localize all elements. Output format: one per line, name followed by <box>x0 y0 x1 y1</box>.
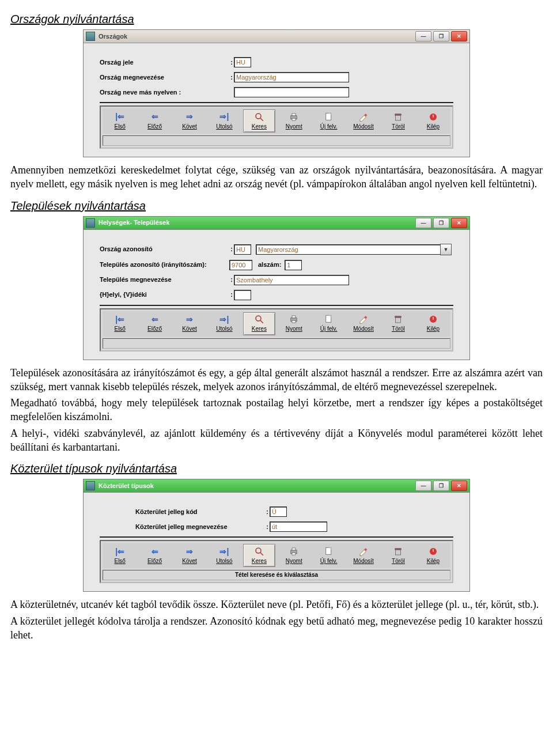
paragraph-kozterulet-2: A közterület jellegét kódolva tárolja a … <box>10 614 543 642</box>
svg-rect-9 <box>395 114 402 115</box>
close-button[interactable]: ✕ <box>451 31 467 41</box>
label-orszag-mas-nyelven: Ország neve más nyelven : <box>100 88 229 97</box>
row-orszag-megnevezese: Ország megnevezése : <box>100 72 453 82</box>
toolbar-search[interactable]: Keres <box>243 312 275 335</box>
svg-rect-16 <box>292 321 296 323</box>
toolbar-last[interactable]: ⇒|Utolsó <box>208 312 240 335</box>
input-iranyitoszam[interactable] <box>229 260 252 270</box>
label-telepules-megnevezese: Település megnevezése <box>100 275 229 284</box>
svg-rect-28 <box>292 553 296 555</box>
toolbar-exit[interactable]: Kilép <box>417 312 449 335</box>
toolbar-label: Új felv. <box>320 325 338 333</box>
toolbar-search[interactable]: Keres <box>243 109 275 133</box>
toolbar-label: Utolsó <box>216 557 232 565</box>
status-bar: Tétel keresése és kiválasztása <box>103 570 450 580</box>
status-bar <box>103 338 450 349</box>
window-kozterulet: Közterület típusok — ❐ ✕ Közterület jell… <box>83 479 470 592</box>
input-kozterulet-megnevezese[interactable] <box>270 521 327 532</box>
toolbar-first[interactable]: |⇐Első <box>104 312 136 335</box>
input-helyi-videki[interactable] <box>234 290 251 300</box>
row-orszag-azon: Ország azonosító : ▼ <box>100 244 453 255</box>
svg-rect-33 <box>395 549 402 550</box>
delete-icon <box>393 112 403 122</box>
input-orszag-nev[interactable] <box>256 244 440 255</box>
search-icon <box>254 314 264 324</box>
toolbar-new[interactable]: Új felv. <box>312 544 344 567</box>
window-countries: Országok — ❐ ✕ Ország jele : Ország megn… <box>83 29 470 157</box>
row-kozterulet-kod: Közterület jelleg kód : <box>135 506 453 517</box>
toolbar-edit[interactable]: Módosít <box>347 109 380 133</box>
toolbar-first[interactable]: |⇐Első <box>104 109 136 133</box>
toolbar-new[interactable]: Új felv. <box>312 109 344 133</box>
last-icon: ⇒| <box>219 112 229 122</box>
input-telepules-megnevezese[interactable] <box>234 275 349 285</box>
window-title: Helységek- Települések <box>99 218 415 227</box>
toolbar-print[interactable]: Nyomt <box>278 109 310 133</box>
toolbar-next[interactable]: ⇒Követ <box>173 312 206 335</box>
close-button[interactable]: ✕ <box>451 481 467 491</box>
window-title: Közterület típusok <box>99 482 415 490</box>
toolbar-edit[interactable]: Módosít <box>347 312 380 335</box>
toolbar-label: Utolsó <box>216 325 232 333</box>
toolbar-frame: |⇐Első ⇐Előző ⇒Követ ⇒|Utolsó Keres Nyom… <box>100 540 453 583</box>
minimize-button[interactable]: — <box>415 31 431 41</box>
last-icon: ⇒| <box>219 314 229 324</box>
new-icon <box>324 314 334 324</box>
toolbar-search[interactable]: Keres <box>243 544 275 567</box>
toolbar: |⇐Első ⇐Előző ⇒Követ ⇒|Utolsó Keres Nyom… <box>103 108 450 134</box>
label-orszag-jele: Ország jele <box>100 58 229 67</box>
input-orszag-jele[interactable] <box>234 57 251 67</box>
toolbar-edit[interactable]: Módosít <box>347 544 380 567</box>
toolbar-label: Nyomt <box>286 325 302 333</box>
toolbar-next[interactable]: ⇒Követ <box>173 544 206 567</box>
paragraph-kozterulet-1: A közterületnév, utcanév két tagból tevő… <box>10 598 543 611</box>
svg-line-13 <box>260 321 263 324</box>
input-orszag-megnevezese[interactable] <box>234 72 349 82</box>
toolbar-last[interactable]: ⇒|Utolsó <box>208 109 240 133</box>
toolbar-label: Módosít <box>353 325 374 333</box>
dropdown-button[interactable]: ▼ <box>440 244 452 255</box>
maximize-button[interactable]: ❐ <box>433 218 449 228</box>
input-orszag-mas-nyelven[interactable] <box>234 87 349 97</box>
toolbar-label: Töröl <box>392 123 405 131</box>
window-buttons: — ❐ ✕ <box>415 31 467 41</box>
prev-icon: ⇐ <box>150 314 160 324</box>
toolbar-print[interactable]: Nyomt <box>278 312 310 335</box>
toolbar-delete[interactable]: Töröl <box>382 544 414 567</box>
toolbar-prev[interactable]: ⇐Előző <box>138 312 171 335</box>
colon: : <box>265 508 270 516</box>
toolbar-last[interactable]: ⇒|Utolsó <box>208 544 240 567</box>
toolbar-delete[interactable]: Töröl <box>382 109 414 133</box>
input-alszam[interactable] <box>285 260 302 270</box>
print-icon <box>289 314 299 324</box>
toolbar-exit[interactable]: Kilép <box>417 544 449 567</box>
paragraph-places-2: Megadható továbbá, hogy mely települések… <box>10 396 543 424</box>
svg-point-0 <box>256 114 261 119</box>
toolbar-label: Követ <box>182 123 197 131</box>
svg-rect-3 <box>292 114 296 116</box>
toolbar-label: Első <box>114 557 125 565</box>
toolbar-frame: |⇐Első ⇐Előző ⇒Követ ⇒|Utolsó Keres Nyom… <box>100 105 453 149</box>
input-kozterulet-kod[interactable] <box>270 506 287 517</box>
input-orszag-kod[interactable] <box>234 244 251 255</box>
label-kozterulet-megnevezese: Közterület jelleg megnevezése <box>135 523 265 531</box>
maximize-button[interactable]: ❐ <box>433 31 449 41</box>
toolbar-prev[interactable]: ⇐Előző <box>138 544 171 567</box>
exit-icon <box>428 546 438 557</box>
titlebar: Országok — ❐ ✕ <box>84 30 469 43</box>
close-button[interactable]: ✕ <box>451 218 467 228</box>
svg-rect-32 <box>396 550 401 555</box>
toolbar-prev[interactable]: ⇐Előző <box>138 109 171 133</box>
maximize-button[interactable]: ❐ <box>433 481 449 491</box>
minimize-button[interactable]: — <box>415 481 431 491</box>
toolbar-first[interactable]: |⇐Első <box>104 544 136 567</box>
search-icon <box>254 546 264 557</box>
toolbar-delete[interactable]: Töröl <box>382 312 414 335</box>
minimize-button[interactable]: — <box>415 218 431 228</box>
toolbar-next[interactable]: ⇒Követ <box>173 109 206 133</box>
exit-icon <box>428 314 438 324</box>
toolbar-new[interactable]: Új felv. <box>312 312 344 335</box>
toolbar-exit[interactable]: Kilép <box>417 109 449 133</box>
svg-rect-15 <box>292 316 296 318</box>
toolbar-print[interactable]: Nyomt <box>278 544 310 567</box>
